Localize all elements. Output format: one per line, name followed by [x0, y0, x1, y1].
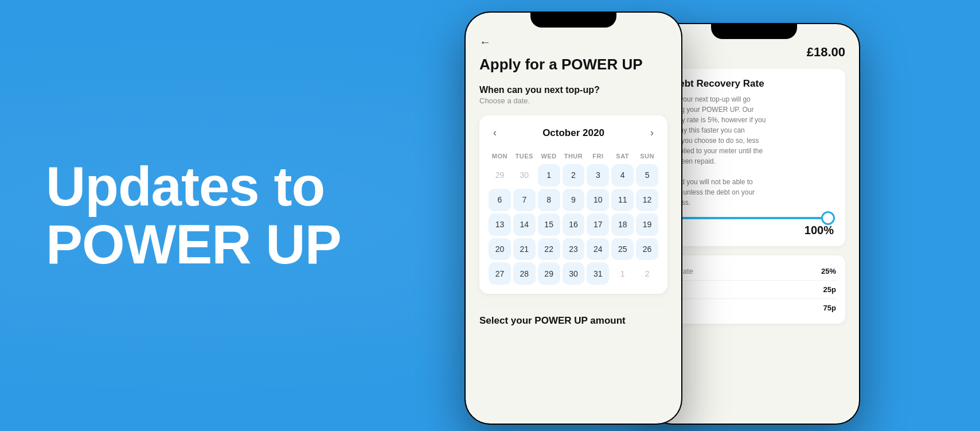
- cal-cell[interactable]: 26: [636, 238, 658, 261]
- dow-wed: WED: [538, 150, 560, 162]
- calendar: ‹ October 2020 › MON TUES WED THUR FRI S…: [479, 115, 667, 294]
- cal-cell[interactable]: 11: [611, 189, 634, 211]
- info-row-2: 25p: [672, 281, 836, 299]
- cal-cell[interactable]: 7: [513, 189, 536, 211]
- headline: Updates to POWER UP: [46, 158, 413, 274]
- cal-cell[interactable]: 31: [587, 262, 609, 285]
- slider-container[interactable]: 100%: [672, 217, 836, 237]
- info-value-1: 25%: [821, 267, 836, 275]
- cal-cell[interactable]: 12: [636, 189, 658, 211]
- debt-section: Debt Recovery Rate of your next top-up w…: [663, 69, 845, 246]
- slider-fill: [674, 217, 834, 219]
- cal-cell[interactable]: 4: [611, 164, 634, 187]
- calendar-prev[interactable]: ‹: [489, 125, 501, 141]
- calendar-question: When can you next top-up?: [479, 85, 667, 95]
- calendar-subtext: Choose a date.: [479, 96, 667, 105]
- cal-cell[interactable]: 18: [611, 213, 634, 236]
- info-row-1: ry rate 25%: [672, 262, 836, 281]
- phone-1-screen: ← Apply for a POWER UP When can you next…: [466, 13, 681, 424]
- phone-1-title: Apply for a POWER UP: [479, 56, 667, 73]
- phone-1-content: ← Apply for a POWER UP When can you next…: [466, 13, 681, 424]
- info-row-3: 75p: [672, 299, 836, 317]
- cal-cell[interactable]: 25: [611, 238, 634, 261]
- cal-cell[interactable]: 10: [587, 189, 609, 211]
- bottom-section: Select your POWER UP amount: [479, 305, 667, 327]
- calendar-next[interactable]: ›: [646, 125, 658, 141]
- cal-cell[interactable]: 6: [489, 189, 511, 211]
- dow-sun: SUN: [636, 150, 658, 162]
- slider-track: [674, 217, 834, 219]
- cal-cell[interactable]: 16: [563, 213, 585, 236]
- info-value-2: 25p: [823, 285, 836, 294]
- cal-cell[interactable]: 5: [636, 164, 658, 187]
- dow-tues: TUES: [513, 150, 536, 162]
- cal-cell: 29: [489, 164, 511, 187]
- main-container: Updates to POWER UP ← Apply for a POWER …: [0, 0, 980, 431]
- cal-cell: 2: [636, 262, 658, 285]
- cal-cell[interactable]: 9: [563, 189, 585, 211]
- cal-cell[interactable]: 19: [636, 213, 658, 236]
- cal-cell[interactable]: 23: [563, 238, 585, 261]
- slider-thumb[interactable]: [821, 211, 835, 225]
- phone-1: ← Apply for a POWER UP When can you next…: [464, 11, 682, 425]
- cal-cell[interactable]: 28: [513, 262, 536, 285]
- calendar-grid: MON TUES WED THUR FRI SAT SUN 29 30 1 2: [489, 150, 658, 285]
- phone-1-notch: [530, 11, 616, 28]
- cal-cell: 1: [611, 262, 634, 285]
- dow-fri: FRI: [587, 150, 609, 162]
- dow-sat: SAT: [611, 150, 634, 162]
- back-arrow-icon[interactable]: ←: [479, 36, 667, 49]
- dow-thur: THUR: [563, 150, 585, 162]
- cal-cell[interactable]: 27: [489, 262, 511, 285]
- power-up-amount-title: Select your POWER UP amount: [479, 315, 667, 327]
- cal-cell: 30: [513, 164, 536, 187]
- phones-container: ← Apply for a POWER UP When can you next…: [459, 0, 980, 431]
- info-value-3: 75p: [823, 304, 836, 312]
- cal-cell[interactable]: 2: [563, 164, 585, 187]
- cal-cell[interactable]: 15: [538, 213, 560, 236]
- phone-2-notch: [711, 23, 797, 39]
- cal-cell[interactable]: 1: [538, 164, 560, 187]
- cal-cell[interactable]: 17: [587, 213, 609, 236]
- cal-cell[interactable]: 21: [513, 238, 536, 261]
- cal-cell[interactable]: 14: [513, 213, 536, 236]
- cal-cell[interactable]: 8: [538, 189, 560, 211]
- cal-cell[interactable]: 29: [538, 262, 560, 285]
- slider-percent: 100%: [674, 224, 834, 237]
- cal-cell[interactable]: 3: [587, 164, 609, 187]
- info-rows: ry rate 25% 25p 75p: [663, 255, 845, 324]
- cal-cell[interactable]: 30: [563, 262, 585, 285]
- calendar-month: October 2020: [542, 127, 604, 139]
- cal-cell[interactable]: 13: [489, 213, 511, 236]
- cal-cell[interactable]: 24: [587, 238, 609, 261]
- calendar-header: ‹ October 2020 ›: [489, 125, 658, 141]
- cal-cell[interactable]: 20: [489, 238, 511, 261]
- headline-line1: Updates to: [46, 156, 325, 217]
- dow-mon: MON: [489, 150, 511, 162]
- headline-line2: POWER UP: [46, 213, 341, 275]
- left-content: Updates to POWER UP: [0, 123, 459, 308]
- cal-cell[interactable]: 22: [538, 238, 560, 261]
- debt-body: of your next top-up will go ving your PO…: [672, 94, 836, 208]
- price-header: £18.00: [663, 45, 845, 60]
- debt-title: Debt Recovery Rate: [672, 78, 836, 90]
